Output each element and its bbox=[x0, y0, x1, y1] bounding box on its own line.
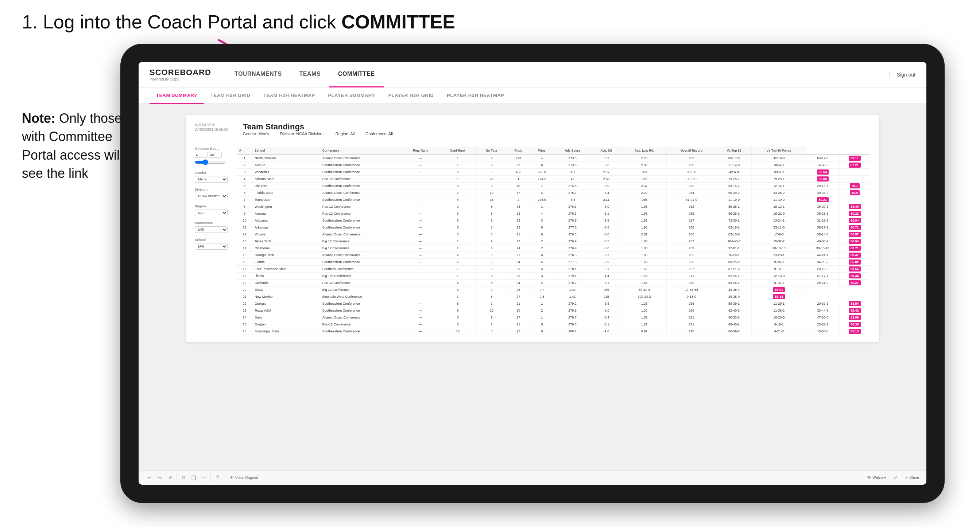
reset-icon[interactable]: ↺ bbox=[166, 474, 173, 481]
step-number: 1. bbox=[22, 11, 38, 32]
bottom-toolbar: ↩ ↪ ↺ ⧉ 📋 ⋯ ⏱ 👁 View: Original 👁 Watch bbox=[138, 470, 926, 485]
col-overall: Overall Record bbox=[667, 147, 716, 154]
nav-items: TOURNAMENTS TEAMS COMMITTEE bbox=[226, 62, 889, 87]
sub-nav-team-h2h-heatmap[interactable]: TEAM H2H HEATMAP bbox=[257, 87, 321, 104]
update-time-label: Update time: bbox=[195, 122, 228, 127]
panel-title: Team Standings bbox=[243, 122, 393, 132]
data-table-wrap: # School Conference Reg. Rank Conf Rank … bbox=[237, 147, 870, 335]
sidebar-school-select[interactable]: (All) bbox=[195, 243, 228, 250]
sub-nav: TEAM SUMMARY TEAM H2H GRID TEAM H2H HEAT… bbox=[138, 87, 926, 104]
table-row: 8WashingtonPac-12 Conference—28231276.3-… bbox=[237, 203, 870, 210]
table-row: 16FloridaSoutheastern Conference—7924427… bbox=[237, 259, 870, 266]
paste-icon[interactable]: 📋 bbox=[190, 474, 197, 481]
table-row: 11ArkansasSoutheastern Conference—682382… bbox=[237, 224, 870, 231]
table-row: 18IllinoisBig Ten Conference—18233279.1-… bbox=[237, 273, 870, 279]
view-icon: 👁 bbox=[230, 476, 234, 479]
sub-nav-player-summary[interactable]: PLAYER SUMMARY bbox=[322, 87, 382, 104]
region-filter: Region: All bbox=[336, 132, 355, 136]
table-row: 26Mississippi StateSoutheastern Conferen… bbox=[237, 328, 870, 335]
expand-icon[interactable]: ⤢ bbox=[892, 474, 899, 481]
col-conference: Conference bbox=[320, 147, 402, 154]
table-row: 7TennesseeSoutheastern Conference—418227… bbox=[237, 197, 870, 203]
filters-row: Gender: Men's Division: NCAA Division I … bbox=[243, 132, 393, 136]
sub-nav-team-summary[interactable]: TEAM SUMMARY bbox=[150, 87, 204, 104]
nav-committee[interactable]: COMMITTEE bbox=[329, 62, 384, 87]
watch-label: Watch bbox=[872, 476, 883, 479]
more-icon[interactable]: ⋯ bbox=[200, 474, 207, 481]
clock-icon[interactable]: ⏱ bbox=[214, 474, 221, 481]
col-wins: Wins bbox=[530, 147, 554, 154]
table-row: 20TexasBig 12 Conference—39280.71.442695… bbox=[237, 286, 870, 294]
undo-icon[interactable]: ↩ bbox=[146, 474, 153, 481]
sidebar-range bbox=[195, 152, 231, 158]
sidebar-minimum-rounds: Minimum Rou... bbox=[195, 147, 231, 166]
table-row: 25OregonPac-12 Conference—57210279.5-3.1… bbox=[237, 321, 870, 328]
tablet-frame: SCOREBOARD Powered by clippd TOURNAMENTS… bbox=[120, 44, 945, 503]
watch-icon: 👁 bbox=[867, 476, 871, 479]
sidebar-min-input[interactable] bbox=[195, 152, 207, 158]
sidebar-gender-select[interactable]: Men's bbox=[195, 176, 228, 183]
table-row: 5Ole MissSoutheastern Conference—3618127… bbox=[237, 183, 870, 189]
col-vs-top50: Vs Top 50 Points bbox=[752, 147, 807, 154]
sidebar-region-select[interactable]: N/A bbox=[195, 210, 228, 216]
update-time-value: 27/03/2024 16:56:26 bbox=[195, 127, 228, 132]
copy-icon[interactable]: ⧉ bbox=[180, 474, 187, 481]
table-row: 21New MexicoMountain West Conference—182… bbox=[237, 294, 870, 300]
sidebar-gender-section: Gender Men's bbox=[195, 171, 231, 183]
sidebar-school-label: School bbox=[195, 238, 231, 241]
step-text: Log into the Coach Portal and click bbox=[43, 11, 341, 32]
watch-chevron: ▾ bbox=[884, 476, 886, 479]
sidebar-range-slider[interactable] bbox=[195, 159, 226, 165]
table-row: 1North CarolinaAtlantic Coast Conference… bbox=[237, 154, 870, 162]
table-row: 22GeorgiaSoutheastern Conference—8721127… bbox=[237, 300, 870, 307]
col-rnds: Rnds bbox=[507, 147, 530, 154]
redo-icon[interactable]: ↪ bbox=[156, 474, 163, 481]
sidebar-division-section: Division NCAA Division I bbox=[195, 188, 231, 199]
sub-nav-player-h2h-grid[interactable]: PLAYER H2H GRID bbox=[382, 87, 440, 104]
table-row: 24DukeAtlantic Coast Conference—59271279… bbox=[237, 314, 870, 321]
update-time: Update time: 27/03/2024 16:56:26 bbox=[195, 122, 228, 132]
note-label: Note: bbox=[22, 111, 56, 126]
sidebar-conference-select[interactable]: (All) bbox=[195, 226, 228, 233]
toolbar-icons: ↩ ↪ ↺ ⧉ 📋 ⋯ ⏱ bbox=[146, 474, 224, 481]
view-label: View: Original bbox=[235, 476, 258, 479]
table-row: 4Arizona StatePac-12 Conference—1261274.… bbox=[237, 176, 870, 183]
nav-teams[interactable]: TEAMS bbox=[291, 62, 330, 87]
col-no-tour: No Tour bbox=[476, 147, 507, 154]
table-row: 6Florida StateAtlantic Coast Conference—… bbox=[237, 189, 870, 197]
standings-table: # School Conference Reg. Rank Conf Rank … bbox=[237, 147, 870, 335]
sign-out-button[interactable]: Sign out bbox=[889, 72, 915, 78]
share-button[interactable]: ↗ Share bbox=[905, 476, 919, 479]
table-row: 15Georgia TechAtlantic Coast Conference—… bbox=[237, 252, 870, 259]
table-row: 17East Tennessee StateSouthern Conferenc… bbox=[237, 266, 870, 273]
sidebar-division-select[interactable]: NCAA Division I bbox=[195, 193, 228, 199]
scoreboard-panel: Update time: 27/03/2024 16:56:26 Team St… bbox=[186, 115, 879, 342]
logo-sub: Powered by clippd bbox=[150, 77, 211, 81]
toolbar-divider-2 bbox=[210, 474, 211, 481]
sidebar-region-label: Region bbox=[195, 205, 231, 208]
col-avg-low: Avg. Low Rd. bbox=[622, 147, 667, 154]
conference-filter: Conference: All bbox=[366, 132, 393, 136]
sub-nav-team-h2h-grid[interactable]: TEAM H2H GRID bbox=[204, 87, 257, 104]
toolbar-right: 👁 Watch ▾ ⤢ ↗ Share bbox=[867, 474, 919, 481]
col-conf-rank: Conf Rank bbox=[439, 147, 477, 154]
sidebar-conference-label: Conference bbox=[195, 221, 231, 225]
watch-button[interactable]: 👁 Watch ▾ bbox=[867, 476, 886, 479]
nav-tournaments[interactable]: TOURNAMENTS bbox=[226, 62, 291, 87]
table-row: 9ArizonaPac-12 Conference—38234276.3-6.1… bbox=[237, 210, 870, 217]
note-box: Note: Only those with Committee Portal a… bbox=[22, 110, 124, 183]
col-adj-score: Adj. Score bbox=[554, 147, 591, 154]
content-area: Update time: 27/03/2024 16:56:26 Team St… bbox=[138, 104, 926, 470]
gender-filter: Gender: Men's bbox=[243, 132, 269, 136]
col-vs-top25: Vs Top 25 bbox=[716, 147, 752, 154]
panel-body: Minimum Rou... Gender Men's bbox=[195, 147, 870, 335]
col-school: School bbox=[252, 147, 320, 154]
sidebar-max-input[interactable] bbox=[209, 152, 222, 158]
division-filter: Division: NCAA Division I bbox=[280, 132, 325, 136]
sub-nav-player-h2h-heatmap[interactable]: PLAYER H2H HEATMAP bbox=[440, 87, 511, 104]
toolbar-view-button[interactable]: 👁 View: Original bbox=[230, 476, 258, 479]
sidebar-conference-section: Conference (All) bbox=[195, 221, 231, 233]
step-label: 1. Log into the Coach Portal and click C… bbox=[22, 11, 455, 33]
share-icon: ↗ bbox=[905, 476, 908, 479]
panel-top: Update time: 27/03/2024 16:56:26 Team St… bbox=[195, 122, 870, 141]
